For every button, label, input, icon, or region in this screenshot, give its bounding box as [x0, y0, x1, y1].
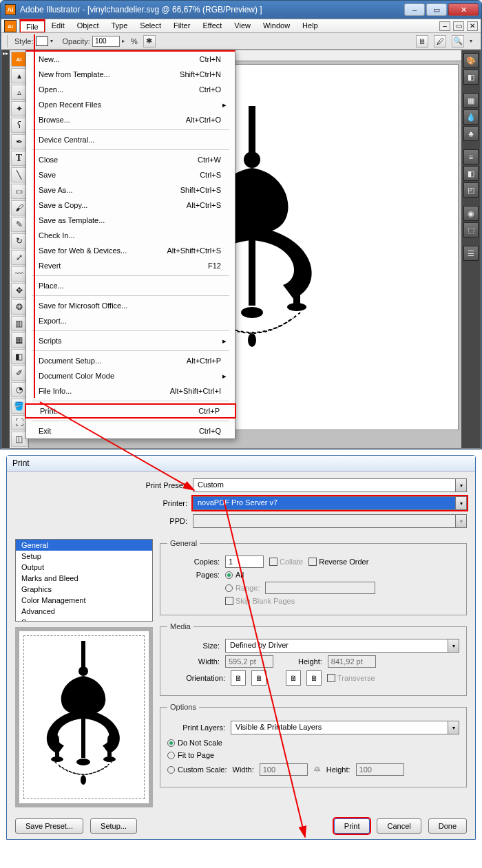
print-preset-dropdown[interactable]: Custom ▾ — [193, 478, 467, 492]
file-menu-item[interactable]: New from Template...Shift+Ctrl+N — [26, 67, 235, 82]
gradient-tool-icon[interactable]: ◧ — [11, 349, 28, 364]
gradient-icon[interactable]: ◧ — [463, 166, 479, 181]
file-menu-item[interactable]: Save for Web & Devices...Alt+Shift+Ctrl+… — [26, 243, 235, 258]
setup-button[interactable]: Setup... — [90, 818, 137, 834]
eyedropper-tool-icon[interactable]: ✐ — [11, 366, 28, 381]
menu-object[interactable]: Object — [71, 19, 105, 32]
brush-tool-icon[interactable]: 🖌 — [11, 200, 28, 215]
blend-tool-icon[interactable]: ◔ — [11, 382, 28, 397]
landscape-right-icon[interactable]: 🗎 — [306, 670, 322, 686]
app-menu-icon[interactable]: Ai — [4, 20, 17, 32]
type-tool-icon[interactable]: T — [11, 151, 28, 166]
style-field[interactable]: Style: ▾ — [14, 36, 57, 46]
style-swatch-icon[interactable] — [36, 36, 48, 46]
file-menu-item[interactable]: Device Central... — [26, 132, 235, 147]
mdi-close-icon[interactable]: ✕ — [467, 21, 478, 31]
scale-tool-icon[interactable]: ⤢ — [11, 250, 28, 265]
search-icon[interactable]: 🔍 — [452, 35, 464, 47]
brushes-icon[interactable]: 💧 — [463, 109, 479, 125]
ai-tool-icon[interactable]: Ai — [11, 52, 28, 67]
menu-type[interactable]: Type — [105, 19, 134, 32]
landscape-left-icon[interactable]: 🗎 — [251, 670, 266, 686]
chevron-down-icon[interactable]: ▸ — [122, 38, 129, 44]
fit-to-page-radio[interactable]: Fit to Page — [167, 751, 214, 759]
portrait-up-icon[interactable]: 🗎 — [231, 670, 246, 686]
chevron-down-icon[interactable]: ▾ — [455, 479, 466, 491]
lasso-tool-icon[interactable]: ʕ — [11, 118, 28, 133]
menu-view[interactable]: View — [228, 19, 257, 32]
pages-all-radio[interactable]: All — [225, 571, 244, 579]
selection-tool-icon[interactable]: ▴ — [11, 68, 28, 83]
file-menu-item[interactable]: Save a Copy...Alt+Ctrl+S — [26, 198, 235, 213]
rotate-tool-icon[interactable]: ↻ — [11, 233, 28, 248]
pen-tool-icon[interactable]: ✒ — [11, 134, 28, 149]
chevron-down-icon[interactable]: ▾ — [50, 38, 57, 44]
file-menu-item[interactable]: Check In... — [26, 228, 235, 243]
direct-selection-tool-icon[interactable]: ▵ — [11, 85, 28, 100]
file-menu-item[interactable]: Print...Ctrl+P — [25, 403, 236, 419]
sidebar-item-graphics[interactable]: Graphics — [16, 584, 152, 595]
menu-effect[interactable]: Effect — [196, 19, 228, 32]
menu-select[interactable]: Select — [134, 19, 167, 32]
file-menu-item[interactable]: RevertF12 — [26, 258, 235, 273]
mdi-restore-icon[interactable]: ▭ — [453, 21, 464, 31]
file-menu-item[interactable]: File Info...Alt+Shift+Ctrl+I — [26, 383, 235, 399]
file-menu-item[interactable]: Export... — [26, 313, 235, 328]
file-menu-item[interactable]: Save as Template... — [26, 213, 235, 228]
chevron-down-icon[interactable]: ▾ — [448, 639, 459, 652]
media-size-dropdown[interactable]: Defined by Driver ▾ — [225, 639, 459, 653]
swatches-icon[interactable]: ▦ — [463, 93, 479, 108]
file-menu-item[interactable]: Open...Ctrl+O — [26, 82, 235, 97]
color-guide-icon[interactable]: ◧ — [463, 70, 479, 85]
appearance-icon[interactable]: ◉ — [463, 206, 479, 221]
print-button[interactable]: Print — [334, 818, 370, 834]
pencil-tool-icon[interactable]: ✎ — [11, 217, 28, 232]
menu-window[interactable]: Window — [257, 19, 296, 32]
portrait-down-icon[interactable]: 🗎 — [286, 670, 301, 686]
custom-scale-radio[interactable]: Custom Scale: — [167, 765, 227, 774]
sidebar-item-general[interactable]: General — [16, 540, 152, 551]
copies-input[interactable] — [225, 555, 264, 568]
file-menu-item[interactable]: Save As...Shift+Ctrl+S — [26, 182, 235, 198]
print-section-list[interactable]: General Setup Output Marks and Bleed Gra… — [15, 539, 153, 622]
menu-help[interactable]: Help — [296, 19, 324, 32]
chevron-down-icon[interactable]: ▾ — [448, 721, 459, 734]
do-not-scale-radio[interactable]: Do Not Scale — [167, 739, 222, 747]
file-menu-item[interactable]: Document Color Mode▸ — [26, 368, 235, 383]
chevron-down-icon[interactable]: ▾ — [455, 497, 466, 509]
symbol-sprayer-tool-icon[interactable]: ❂ — [11, 299, 28, 315]
preferences-icon[interactable]: 🖊 — [434, 35, 446, 47]
flyout-icon[interactable]: ✱ — [143, 35, 156, 47]
symbols-icon[interactable]: ♣ — [463, 126, 479, 141]
mesh-tool-icon[interactable]: ▦ — [11, 332, 28, 348]
rectangle-tool-icon[interactable]: ▭ — [11, 184, 28, 199]
file-menu-item[interactable]: Scripts▸ — [26, 333, 235, 348]
file-menu-item[interactable]: SaveCtrl+S — [26, 167, 235, 182]
printer-dropdown[interactable]: novaPDF Pro Server v7 ▾ — [193, 496, 467, 510]
file-menu-item[interactable]: Browse...Alt+Ctrl+O — [26, 112, 235, 127]
graph-tool-icon[interactable]: ▥ — [11, 316, 28, 331]
stroke-icon[interactable]: ≡ — [463, 149, 479, 165]
print-layers-dropdown[interactable]: Visible & Printable Layers ▾ — [231, 721, 459, 734]
sidebar-item-setup[interactable]: Setup — [16, 551, 152, 562]
file-menu-item[interactable]: Open Recent Files▸ — [26, 97, 235, 112]
document-setup-icon[interactable]: 🗎 — [416, 35, 428, 47]
menu-filter[interactable]: Filter — [167, 19, 196, 32]
sidebar-item-output[interactable]: Output — [16, 562, 152, 573]
sidebar-item-color[interactable]: Color Management — [16, 595, 152, 606]
file-menu-item[interactable]: Save for Microsoft Office... — [26, 298, 235, 313]
close-button[interactable]: ✕ — [448, 3, 479, 16]
link-icon[interactable]: 𐄷 — [313, 765, 321, 774]
menu-edit[interactable]: Edit — [45, 19, 71, 32]
transparency-icon[interactable]: ◰ — [463, 182, 479, 198]
opacity-input[interactable] — [92, 36, 120, 47]
eraser-tool-icon[interactable]: ◫ — [11, 432, 28, 447]
file-menu-item[interactable]: Place... — [26, 278, 235, 293]
palette-icon[interactable]: 🎨 — [463, 53, 479, 68]
maximize-button[interactable]: ▭ — [426, 3, 447, 16]
file-menu-item[interactable]: New...Ctrl+N — [26, 52, 235, 67]
cancel-button[interactable]: Cancel — [377, 818, 421, 834]
sidebar-item-marks[interactable]: Marks and Bleed — [16, 573, 152, 584]
warp-tool-icon[interactable]: 〰 — [11, 266, 28, 282]
minimize-button[interactable]: – — [404, 3, 425, 16]
